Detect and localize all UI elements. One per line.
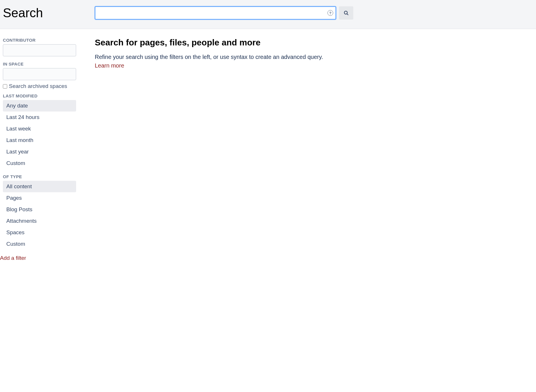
space-label: IN SPACE [3, 62, 78, 66]
type-option-attachments[interactable]: Attachments [3, 215, 76, 227]
archived-checkbox-row: Search archived spaces [3, 83, 78, 89]
contributor-label: CONTRIBUTOR [3, 38, 78, 43]
search-input-container: ? [95, 6, 336, 20]
type-option-blog-posts[interactable]: Blog Posts [3, 204, 76, 215]
archived-checkbox[interactable] [3, 84, 7, 89]
type-label: OF TYPE [3, 174, 78, 179]
archived-label[interactable]: Search archived spaces [9, 83, 67, 89]
type-option-all-content[interactable]: All content [3, 181, 76, 192]
last-modified-option-any-date[interactable]: Any date [3, 100, 76, 112]
learn-more-link[interactable]: Learn more [95, 61, 124, 70]
svg-line-1 [347, 14, 348, 15]
header-bar: Search ? [0, 0, 536, 29]
last-modified-label: LAST MODIFIED [3, 93, 78, 98]
last-modified-option-last-month[interactable]: Last month [3, 134, 76, 146]
main-subtext-text: Refine your search using the filters on … [95, 54, 323, 60]
content-area: CONTRIBUTOR IN SPACE Search archived spa… [0, 29, 536, 267]
contributor-input[interactable] [3, 44, 76, 56]
search-input[interactable] [95, 6, 336, 20]
last-modified-option-last-year[interactable]: Last year [3, 146, 76, 157]
last-modified-option-custom[interactable]: Custom [3, 157, 76, 169]
main-panel: Search for pages, files, people and more… [78, 29, 536, 267]
last-modified-option-last-24-hours[interactable]: Last 24 hours [3, 112, 76, 123]
help-icon[interactable]: ? [327, 10, 333, 16]
type-option-pages[interactable]: Pages [3, 192, 76, 204]
type-option-spaces[interactable]: Spaces [3, 227, 76, 238]
search-bar: ? [95, 6, 353, 20]
filter-sidebar: CONTRIBUTOR IN SPACE Search archived spa… [0, 29, 78, 267]
last-modified-list: Any dateLast 24 hoursLast weekLast month… [3, 100, 78, 169]
type-list: All contentPagesBlog PostsAttachmentsSpa… [3, 181, 78, 250]
main-subtext: Refine your search using the filters on … [95, 53, 530, 70]
type-option-custom[interactable]: Custom [3, 238, 76, 250]
main-heading: Search for pages, files, people and more [95, 38, 530, 47]
add-filter-link[interactable]: Add a filter [0, 255, 26, 261]
space-input[interactable] [3, 68, 76, 80]
search-icon [344, 10, 349, 16]
page-title: Search [3, 6, 95, 20]
last-modified-option-last-week[interactable]: Last week [3, 123, 76, 134]
search-button[interactable] [339, 6, 353, 20]
